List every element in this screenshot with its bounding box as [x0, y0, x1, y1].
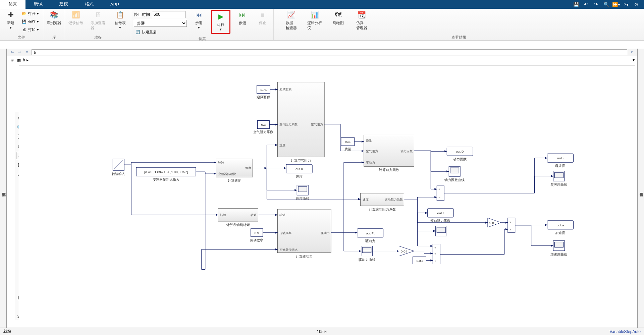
property-inspector-panel[interactable]: 属性检查器: [637, 49, 644, 328]
svg-text:+: +: [438, 188, 440, 191]
stop-time-input[interactable]: [152, 11, 185, 18]
svg-text:传动效率: 传动效率: [279, 231, 291, 235]
birds-eye-button[interactable]: 🗺 鸟瞰图: [330, 10, 346, 26]
viewer-icon: 🖥: [94, 10, 102, 19]
drive-scope[interactable]: 驱动力曲线: [359, 246, 375, 262]
tab-format[interactable]: 格式: [76, 0, 102, 9]
sim-mode-select[interactable]: 普通: [134, 20, 187, 27]
sub-climb-block[interactable]: + −: [437, 186, 444, 201]
open-button[interactable]: 📂打开▾: [20, 10, 40, 17]
sim-manager-button[interactable]: 📆 仿真 管理器: [354, 10, 370, 31]
dyn-scope[interactable]: 动力因数曲线: [444, 166, 465, 182]
save-icon[interactable]: 💾: [572, 1, 580, 8]
breadcrumb-model[interactable]: b: [23, 58, 25, 62]
out-a-block[interactable]: out.a 加速度: [547, 221, 574, 235]
model-icon[interactable]: ⊚: [9, 57, 15, 63]
search-icon[interactable]: 🔍: [602, 1, 610, 8]
svg-text:加速度曲线: 加速度曲线: [550, 253, 567, 256]
svg-rect-26: [298, 186, 307, 192]
status-ready: 就绪: [3, 329, 11, 334]
drag-coeff-block[interactable]: 0.3 空气阻力系数: [253, 120, 273, 134]
tab-debug[interactable]: 调试: [25, 0, 51, 9]
library-browser-button[interactable]: 📚 库浏览器: [46, 10, 62, 26]
status-solver[interactable]: VariableStepAuto: [609, 329, 641, 334]
mass-block[interactable]: 936 质量: [341, 137, 355, 151]
nav-fwd-icon[interactable]: ⇨: [17, 50, 22, 55]
calc-roll-subsys[interactable]: 速度 滚动阻力系数 计算滚动阻力系数: [361, 193, 404, 211]
fast-restart-button[interactable]: 🔄快速重启: [134, 28, 187, 36]
gear-ratios-block[interactable]: [3.416,1.894,1.28,1.00,0.757] 变速器传动比输入: [136, 167, 196, 181]
stop-button[interactable]: ■ 停止: [255, 10, 271, 26]
undo-icon[interactable]: ↶: [582, 1, 590, 8]
wifi-icon: 📶: [71, 10, 80, 19]
product-block[interactable]: × ×: [508, 218, 515, 233]
print-button[interactable]: 🖨打印▾: [20, 26, 40, 33]
logic-analyzer-button[interactable]: 📊 逻辑分析仪: [307, 10, 323, 31]
svg-text:动力因数: 动力因数: [400, 150, 413, 153]
out-d-block[interactable]: out.D 动力因数: [447, 147, 473, 161]
data-inspector-button[interactable]: 📈 数据 检查器: [283, 10, 299, 31]
gain-004-block[interactable]: 0.04: [399, 246, 414, 256]
stop-time-label: 停止时间: [134, 12, 150, 17]
breadcrumb-menu-icon[interactable]: ▾: [633, 58, 635, 62]
out-f-block[interactable]: out.f 滚动阻力系数: [427, 209, 453, 223]
step-back-button[interactable]: ⏮ 步退 ▾: [191, 10, 207, 31]
calc-drive-subsys[interactable]: 转矩 传动效率 变速器传动比 驱动力 计算驱动力: [277, 209, 331, 258]
fastforward-icon[interactable]: ⏩▾: [612, 1, 620, 8]
save-button[interactable]: 💾保存▾: [20, 18, 40, 25]
model-browser-panel[interactable]: 模型浏览器: [0, 49, 7, 328]
sum-accel-block[interactable]: + + +: [433, 244, 440, 264]
results-group-label: 查看结果: [276, 34, 641, 40]
signal-table-button[interactable]: 📋 信号表 ▾: [112, 10, 128, 31]
tab-simulation[interactable]: 仿真: [0, 0, 25, 9]
svg-rect-95: [555, 242, 564, 247]
calc-dyn-subsys[interactable]: 质量 空气阻力 驱动力 动力因数 计算动力因数: [364, 135, 414, 172]
svg-rect-69: [363, 247, 371, 253]
step-forward-button[interactable]: ⏭ 步进: [234, 10, 251, 26]
ramp-block[interactable]: 转速输入: [112, 159, 125, 176]
nav-back-icon[interactable]: ⇦: [9, 50, 15, 55]
windage-area-block[interactable]: 1.75 迎风面积: [257, 86, 270, 99]
add-viewer-button[interactable]: 🖥 添加查看器: [90, 10, 106, 31]
disk-icon: 💾: [21, 19, 27, 24]
climb-scope[interactable]: 爬坡度曲线: [550, 171, 567, 186]
svg-text:0.3: 0.3: [261, 123, 266, 126]
redo-icon[interactable]: ↷: [592, 1, 600, 8]
model-canvas[interactable]: 转速输入 [3.416,1.894,1.28,1.00,0.757] 变速器传动…: [19, 65, 635, 326]
svg-rect-41: [450, 168, 459, 173]
calc-air-res-subsys[interactable]: 迎风面积 空气阻力系数 速度 空气阻力 计算空气阻力: [277, 82, 324, 162]
path-input[interactable]: b: [32, 49, 627, 55]
accel-scope[interactable]: 加速度曲线: [550, 241, 567, 256]
tab-app[interactable]: APP: [102, 0, 127, 9]
svg-text:迎风面积: 迎风面积: [279, 88, 291, 91]
svg-text:空气阻力系数: 空气阻力系数: [253, 130, 273, 134]
collapse-icon[interactable]: ⊙: [633, 1, 640, 8]
gain-98-block[interactable]: 9.8: [488, 218, 501, 227]
step-fwd-icon: ⏭: [238, 10, 247, 19]
speed-scope[interactable]: 速度曲线: [296, 185, 309, 201]
svg-text:0.9: 0.9: [255, 231, 259, 235]
svg-text:0.04: 0.04: [401, 249, 408, 253]
open-icon: 📂: [21, 11, 27, 16]
status-bar: 就绪 105% VariableStepAuto: [0, 328, 644, 335]
calc-speed-subsys[interactable]: 转速 变速器传动比 速度 计算速度: [216, 159, 253, 182]
out-u-block[interactable]: out.u 速度: [286, 164, 312, 178]
out-ft-block[interactable]: out.Ft 驱动力: [357, 229, 383, 243]
out-i-block[interactable]: out.i 爬坡度: [547, 154, 574, 168]
log-signal-button[interactable]: 📶 记录信号: [68, 10, 84, 26]
new-button[interactable]: ✚ 新建 ▾: [3, 10, 19, 31]
svg-text:9.8: 9.8: [489, 221, 494, 225]
const-103-block[interactable]: 1.03: [413, 257, 426, 264]
roll-scope[interactable]: [435, 226, 447, 236]
svg-text:空气阻力: 空气阻力: [366, 150, 378, 153]
svg-text:转速: 转速: [220, 213, 226, 217]
svg-text:迎风面积: 迎风面积: [257, 95, 270, 99]
tab-modeling[interactable]: 建模: [51, 0, 76, 9]
help-icon[interactable]: ?▾: [623, 1, 630, 8]
nav-menu-icon[interactable]: ▾: [629, 50, 635, 55]
run-button[interactable]: ▶ 运行 ▾: [213, 11, 229, 32]
trans-eff-block[interactable]: 0.9 传动效率: [250, 229, 263, 242]
svg-rect-84: [508, 218, 515, 233]
calc-engine-torque-subsys[interactable]: 转速 转矩 计算发动机转矩: [218, 209, 258, 227]
nav-up-icon[interactable]: ⇧: [24, 50, 30, 55]
